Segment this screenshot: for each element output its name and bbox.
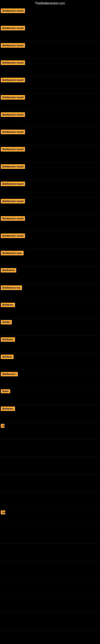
bottleneck-badge[interactable]: Bottleneck result (1, 78, 25, 82)
bottleneck-badge[interactable]: Bottleneck result (1, 147, 25, 152)
bottleneck-badge[interactable]: Bottleneck result (1, 60, 25, 65)
bottleneck-section: Bottleneck result (0, 7, 100, 24)
bottleneck-badge[interactable]: Bottlene (1, 354, 14, 359)
bottleneck-badge[interactable]: Bottleneck result (1, 26, 25, 30)
bottleneck-section: Bottleneck result (0, 94, 100, 111)
bottleneck-section (0, 544, 100, 561)
bottleneck-section: Bottleneck result (0, 111, 100, 128)
bottleneck-section (0, 526, 100, 544)
bottleneck-section: Bottleneck result (0, 24, 100, 42)
bottleneck-badge[interactable]: Bottleneck result (1, 164, 25, 169)
bottleneck-badge[interactable]: Bottlenec (1, 337, 15, 342)
bottleneck-section: Bottle (0, 388, 100, 405)
bottleneck-badge[interactable]: Bottleneck result (1, 182, 25, 186)
bottleneck-badge[interactable]: Bottle (1, 389, 10, 393)
bottleneck-badge[interactable]: Bottler (1, 320, 12, 324)
bottleneck-badge[interactable]: Bottlenec (1, 303, 15, 307)
bottleneck-badge[interactable]: B (1, 424, 4, 428)
bottleneck-section: Bottlene (0, 353, 100, 370)
bottleneck-section (0, 612, 100, 630)
bottleneck-section: Bottleneck r (0, 370, 100, 388)
bottleneck-section (0, 595, 100, 612)
bottleneck-badge[interactable]: Bottleneck result (1, 199, 25, 204)
bottleneck-badge[interactable]: Bottleneck result (1, 8, 25, 13)
bottleneck-badge[interactable]: Bo (1, 510, 5, 514)
bottleneck-badge[interactable]: Bottleneck result (1, 130, 25, 134)
bottleneck-badge[interactable]: Bottleneck result (1, 112, 25, 117)
bottleneck-badge[interactable]: Bottleneck result (1, 216, 25, 221)
bottleneck-badge[interactable]: Bottleneck result (1, 43, 25, 48)
bottleneck-section: Bottleneck result (0, 180, 100, 197)
bottleneck-badge[interactable]: Bottleneck (1, 268, 16, 272)
bottleneck-section: Bottlenec (0, 336, 100, 353)
bottleneck-section (0, 578, 100, 595)
bottleneck-section (0, 561, 100, 578)
bottleneck-section (0, 474, 100, 492)
bottleneck-section: Bottleneck (0, 266, 100, 284)
bottleneck-section (0, 440, 100, 457)
bottleneck-section: Bottleneck result (0, 128, 100, 145)
bottleneck-badge[interactable]: Bottlenec (1, 406, 15, 411)
bottleneck-section: Bo (0, 509, 100, 526)
bottleneck-badge[interactable]: Bottleneck resu (1, 251, 24, 256)
site-title: TheBottlenecker.com (0, 0, 100, 7)
bottleneck-section: Bottlenec (0, 301, 100, 318)
bottleneck-section: Bottleneck result (0, 214, 100, 232)
bottleneck-list: Bottleneck resultBottleneck resultBottle… (0, 7, 100, 630)
bottleneck-badge[interactable]: Bottleneck r (1, 372, 18, 376)
bottleneck-section: Bottler (0, 318, 100, 336)
bottleneck-section: Bottleneck result (0, 162, 100, 180)
bottleneck-section: Bottleneck result (0, 232, 100, 249)
bottleneck-section: Bottleneck result (0, 197, 100, 214)
bottleneck-section: B (0, 422, 100, 440)
bottleneck-section: Bottleneck res (0, 284, 100, 301)
bottleneck-section: Bottleneck result (0, 42, 100, 59)
bottleneck-badge[interactable]: Bottleneck result (1, 95, 25, 100)
bottleneck-section: Bottleneck result (0, 145, 100, 162)
bottleneck-section (0, 457, 100, 474)
bottleneck-section: Bottlenec (0, 405, 100, 422)
bottleneck-section: Bottleneck resu (0, 249, 100, 266)
bottleneck-section: Bottleneck result (0, 76, 100, 94)
bottleneck-badge[interactable]: Bottleneck result (1, 234, 25, 238)
bottleneck-badge[interactable]: Bottleneck res (1, 285, 22, 290)
bottleneck-section: Bottleneck result (0, 59, 100, 76)
bottleneck-section (0, 492, 100, 509)
